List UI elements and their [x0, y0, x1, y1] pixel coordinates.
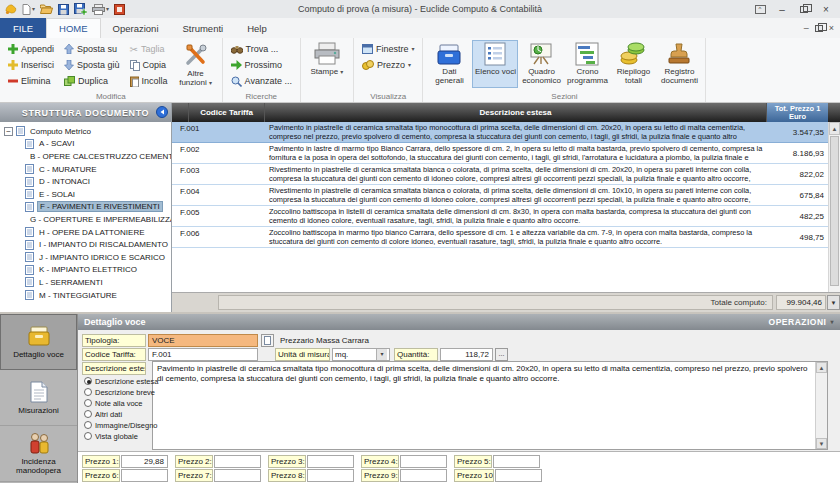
finestre-button[interactable]: Finestre▾ [357, 41, 420, 57]
tipologia-field[interactable]: VOCE [148, 334, 258, 347]
tab-strumenti[interactable]: Strumenti [171, 18, 236, 38]
column-header-codice[interactable]: Codice Tariffa [189, 103, 265, 122]
trova-button[interactable]: Trova ... [226, 41, 297, 57]
nav-incidenza-manodopera[interactable]: Incidenza manodopera [0, 426, 77, 482]
stampe-button[interactable]: Stampe ▾ [304, 40, 350, 88]
minimize-button[interactable]: – [772, 2, 792, 16]
prezzo-button[interactable]: Prezzo▾ [357, 57, 420, 73]
elenco-voci-button[interactable]: Elenco voci [472, 40, 518, 88]
tree-item-j[interactable]: J - IMPIANTO IDRICO E SCARICO [0, 251, 171, 264]
tree-item-l[interactable]: L - SERRAMENTI [0, 276, 171, 289]
table-row[interactable]: F.003Rivestimento in piastrelle di ceram… [172, 164, 828, 185]
codice-tariffa-field[interactable]: F.001 [148, 348, 258, 361]
dati-generali-button[interactable]: Dati generali [426, 40, 472, 88]
prezzo-3-field[interactable] [307, 455, 354, 468]
appendi-button[interactable]: Appendi [3, 41, 59, 57]
radio-note-alla-voce[interactable]: Note alla voce [84, 398, 158, 408]
quantita-field[interactable]: 118,72 [440, 348, 493, 361]
prezzo-10-field[interactable] [495, 469, 542, 482]
unita-misura-select[interactable]: mq.▾ [332, 348, 390, 361]
tree-item-m[interactable]: M - TINTEGGIATURE [0, 289, 171, 302]
scroll-up-icon[interactable]: ▲ [829, 122, 840, 135]
table-row[interactable]: F.002Pavimento in lastre di marmo tipo B… [172, 143, 828, 164]
tree-item-f-selected[interactable]: F - PAVIMENTI E RIVESTIMENTI [0, 201, 171, 214]
tab-operazioni[interactable]: Operazioni [101, 18, 171, 38]
scroll-down-icon[interactable]: ▼ [816, 438, 827, 449]
prezzo-8-field[interactable] [307, 469, 354, 482]
prezzo-7-field[interactable] [214, 469, 261, 482]
radio-altri-dati[interactable]: Altri dati [84, 409, 158, 419]
incolla-button[interactable]: Incolla [125, 73, 173, 89]
tipologia-browse-button[interactable] [261, 334, 274, 347]
altre-funzioni-button[interactable]: Altre funzioni ▾ [173, 40, 219, 89]
close-button[interactable]: × [816, 2, 836, 16]
tree-item-k[interactable]: K - IMPIANTO ELETTRICO [0, 264, 171, 277]
table-row[interactable]: F.006Zoccolino battiscopa in marmo tipo … [172, 227, 828, 248]
nav-dettaglio-voce[interactable]: Dettaglio voce [0, 314, 77, 370]
prezzo-9-field[interactable] [400, 469, 447, 482]
tree-item-g[interactable]: G - COPERTURE E IMPERMEABILIZZAZ [0, 213, 171, 226]
avanzate-button[interactable]: Avanzate ... [226, 73, 297, 89]
prezzo-6-field[interactable] [121, 469, 168, 482]
tab-home[interactable]: HOME [46, 18, 101, 38]
save-button[interactable] [57, 4, 70, 15]
riepilogo-totali-button[interactable]: Riepilogo totali [610, 40, 656, 88]
scroll-down-icon[interactable]: ▼ [827, 295, 840, 310]
quadro-economico-button[interactable]: Quadro economico [518, 40, 564, 88]
collapse-panel-button[interactable] [156, 106, 168, 118]
prezzo-5-field[interactable] [493, 455, 540, 468]
quantita-expand-button[interactable]: ... [495, 348, 508, 361]
column-header-totale[interactable]: Tot. Prezzo 1Euro [767, 103, 828, 122]
table-row[interactable]: F.004Rivestimento in piastrelle di ceram… [172, 185, 828, 206]
sposta-su-button[interactable]: Sposta su [59, 41, 125, 57]
open-button[interactable] [39, 4, 54, 14]
tree-item-a[interactable]: A - SCAVI [0, 138, 171, 151]
new-document-button[interactable]: ▾ [21, 4, 36, 15]
tree-item-i[interactable]: I - IMPIANTO DI RISCALDAMENTO [0, 238, 171, 251]
duplica-button[interactable]: Duplica [59, 73, 125, 89]
elimina-button[interactable]: Elimina [3, 73, 59, 89]
chevron-down-icon[interactable]: ▾ [376, 349, 387, 360]
tree-root[interactable]: − Computo Metrico [0, 125, 171, 138]
nav-misurazioni[interactable]: Misurazioni [0, 370, 77, 426]
radio-immagine-disegno[interactable]: Immagine/Disegno [84, 420, 158, 430]
child-close-button[interactable]: × [829, 23, 834, 33]
tree-item-c[interactable]: C - MURATURE [0, 163, 171, 176]
tab-help[interactable]: Help [235, 18, 279, 38]
tree-item-h[interactable]: H - OPERE DA LATTONIERE [0, 226, 171, 239]
scroll-up-icon[interactable]: ▲ [816, 362, 827, 373]
sposta-giu-button[interactable]: Sposta giù [59, 57, 125, 73]
tree-item-d[interactable]: D - INTONACI [0, 175, 171, 188]
table-row[interactable]: F.005Zoccolino battiscopa in listelli di… [172, 206, 828, 227]
scrollbar-thumb[interactable] [830, 136, 839, 286]
taglia-button[interactable]: ✂Taglia [125, 41, 173, 57]
radio-vista-globale[interactable]: Vista globale [84, 431, 158, 441]
tab-file[interactable]: FILE [0, 18, 46, 38]
ribbon-display-options-icon[interactable]: ^ [750, 2, 770, 16]
textarea-scrollbar[interactable]: ▲ ▼ [815, 362, 827, 449]
close-document-button[interactable] [113, 4, 126, 15]
prossimo-button[interactable]: Prossimo [226, 57, 297, 73]
grid-vertical-scrollbar[interactable]: ▲ [828, 122, 840, 292]
tree-item-e[interactable]: E - SOLAI [0, 188, 171, 201]
operazioni-menu[interactable]: OPERAZIONI▾ [769, 317, 834, 327]
print-button[interactable]: ▾ [91, 4, 110, 15]
restore-button[interactable] [794, 2, 814, 16]
save-as-button[interactable] [73, 3, 88, 15]
crono-programma-button[interactable]: Crono programma [564, 40, 610, 88]
column-header-descrizione[interactable]: Descrizione estesa [265, 103, 767, 122]
radio-descrizione-breve[interactable]: Descrizione breve [84, 387, 158, 397]
prezzo-2-field[interactable] [214, 455, 261, 468]
inserisci-button[interactable]: Inserisci [3, 57, 59, 73]
child-minimize-button[interactable]: – [804, 23, 809, 33]
descrizione-textarea[interactable]: Pavimento in piastrelle di ceramica smal… [152, 361, 828, 450]
child-restore-button[interactable] [815, 25, 823, 32]
radio-descrizione-estesa[interactable]: Descrizione estesa [84, 376, 158, 386]
expander-icon[interactable]: − [4, 127, 13, 136]
prezzo-1-field[interactable]: 29,88 [121, 455, 168, 468]
tree-item-b[interactable]: B - OPERE CALCESTRUZZO CEMENTIZ [0, 150, 171, 163]
table-row[interactable]: F.001Pavimento in piastrelle di ceramica… [172, 122, 828, 143]
registro-documenti-button[interactable]: Registro documenti [656, 40, 702, 88]
copia-button[interactable]: Copia [125, 57, 173, 73]
prezzo-4-field[interactable] [400, 455, 447, 468]
